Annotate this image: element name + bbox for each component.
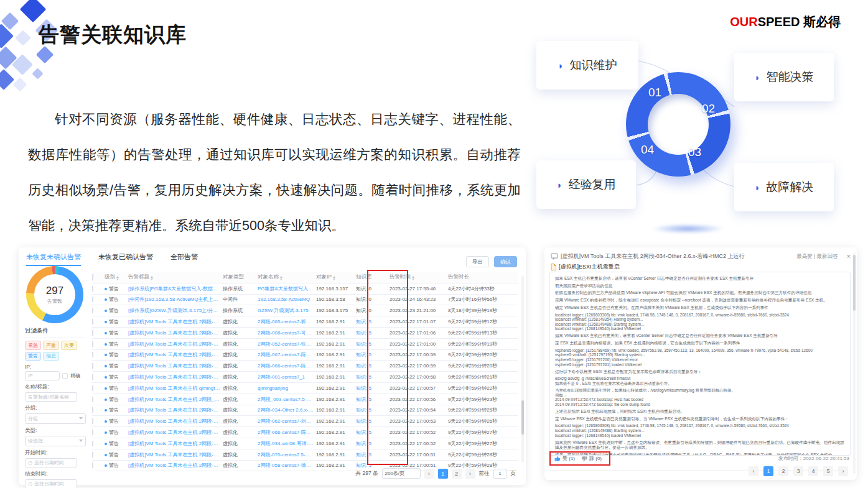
kb-count-cell[interactable]: 知识: 5 [356,407,387,413]
row-checkbox[interactable] [92,352,93,357]
severity-tag-blue[interactable]: 警告 [25,352,41,361]
row-checkbox[interactable] [92,430,93,435]
severity-tag-cyan[interactable]: 信息 [43,352,59,361]
group-select[interactable]: 分组 [25,413,86,424]
page-button-2[interactable]: 2 [452,469,462,479]
kb-page-button-4[interactable]: 4 [808,466,818,476]
kb-page-button-3[interactable]: 3 [793,466,803,476]
column-header[interactable]: 对象名称 [258,274,314,281]
table-row[interactable]: 警告[虚拟机]VM Tools 工具未在主机 qimingtianjing ..… [92,383,518,394]
severity-tag-orange[interactable]: 严重 [43,341,59,350]
object-name-link[interactable]: 2网段-001-centos7_1 [258,374,314,380]
kb-count-cell[interactable]: 知识: 5 [356,374,387,380]
object-name-link[interactable]: 2网段-034-win08-哥谭-H... [258,440,314,447]
alert-title-link[interactable]: [虚拟机]VM Tools 工具未在主机 2网段-058-cento... [128,462,220,469]
name-input[interactable]: 告警标题/对象名称 [25,392,77,402]
alert-title-link[interactable]: [虚拟机]VM Tools 工具未在主机 2网段-066-cento... [128,362,220,369]
kb-count-cell[interactable]: 知识: 5 [356,318,387,325]
end-time-input[interactable]: ◷选择日期时间 [25,479,77,488]
row-checkbox[interactable] [92,407,93,413]
table-row[interactable]: 警告[虚拟机]VM Tools 工具未在主机 2网段-065-cento...虚… [92,316,518,328]
sort-caret-icon[interactable] [151,276,153,280]
object-name-link[interactable]: 2网段-067-centos7-陈建... [258,351,314,358]
kb-prev-page-button[interactable]: ‹ [749,466,758,476]
table-row[interactable]: 警告[虚拟机]VM Tools 工具未在主机 2网段-066-cento...虚… [92,361,518,372]
row-checkbox[interactable] [92,297,93,302]
page-button-1[interactable]: 1 [438,469,448,479]
table-row[interactable]: 警告[虚拟机]VM Tools 工具未在主机 2网段-070-cento...虚… [92,449,518,461]
alert-title-link[interactable]: [虚拟机]VM Tools 工具未在主机 2网段-065-cento... [128,318,220,325]
column-header[interactable]: 对象IP [316,274,353,281]
column-header[interactable]: 级别 [105,274,126,281]
alert-title-link[interactable]: [虚拟机]VM Tools 工具未在主机 qimingtianjing ... [128,385,220,392]
kb-sort-options[interactable]: 最高赞 | 最新回答 [796,253,838,260]
table-row[interactable]: 警告[虚拟机]VM Tools 工具未在主机 2网段_003-cento...虚… [92,394,518,405]
tab-1[interactable]: 未恢复已确认告警 [98,252,153,266]
sort-caret-icon[interactable] [412,276,414,280]
table-row[interactable]: 警告[虚拟机]VM Tools 工具未在主机 2网段-001-cento...虚… [92,372,518,383]
table-row[interactable]: 警告[虚拟机]VM Tools 工具未在主机 2网段-008-cento...虚… [92,328,518,339]
alert-title-link[interactable]: [虚拟机]VM Tools 工具未在主机 2网段-001-cento... [128,374,220,380]
kb-count-cell[interactable]: 知识: 5 [356,329,387,336]
kb-next-page-button[interactable]: › [838,466,848,476]
select-all-checkbox[interactable] [92,274,93,280]
table-row[interactable]: 警告[中间件]192.168.3.58-ActiveMQ主机上内存泄PS S..… [92,295,518,306]
table-scrollbar[interactable] [521,276,524,463]
table-row[interactable]: 警告[虚拟机]VM Tools 工具未在主机 2网段-034-win08...虚… [92,438,518,449]
table-row[interactable]: 警告[操作系统]PG集群&大量数据写入-数据源-3-157 ...操作系统PG集… [92,283,518,295]
alert-title-link[interactable]: [虚拟机]VM Tools 工具未在主机 2网段-034-Other... [128,407,220,413]
alert-title-link[interactable]: [虚拟机]VM Tools 工具未在主机 2网段-066-cento... [128,429,220,436]
alert-title-link[interactable]: [虚拟机]VM Tools 工具未在主机 2网段-008-cento... [128,329,220,336]
object-name-link[interactable]: GZSW-升级测试-3-175 [258,307,314,314]
row-checkbox[interactable] [92,341,93,347]
alert-title-link[interactable]: [操作系统]PG集群&大量数据写入-数据源-3-157 ... [128,285,220,292]
kb-article-title[interactable]: [虚拟机]ESXI主机需重启 [559,263,620,271]
sort-caret-icon[interactable] [280,276,282,280]
object-name-link[interactable]: qimingtianjing [258,385,314,391]
kb-count-cell[interactable]: 知识: 5 [356,362,387,369]
kb-page-button-2[interactable]: 2 [778,466,788,476]
exact-checkbox[interactable] [62,373,68,379]
row-checkbox[interactable] [92,308,93,313]
alert-title-link[interactable]: [虚拟机]VM Tools 工具未在主机 2网段_003-cento... [128,396,220,403]
object-name-link[interactable]: 2网段-058-centos7-徐国... [258,462,314,469]
table-row[interactable]: 警告[虚拟机]VM Tools 工具未在主机 2网段-066-cento...虚… [92,427,518,438]
object-name-link[interactable]: 2网段-034-Other 2.6.x-若... [258,407,314,413]
object-name-link[interactable]: 2网段-066-centos7-陈建... [258,429,314,436]
row-checkbox[interactable] [92,286,93,292]
row-checkbox[interactable] [92,463,93,468]
next-page-button[interactable]: › [465,469,475,479]
object-name-link[interactable]: 2网段-008-centos7-可环-... [258,329,314,336]
severity-tag-yellow[interactable]: 次要 [61,341,77,350]
start-time-input[interactable]: ◷选择日期时间 [25,458,77,467]
alert-title-link[interactable]: [虚拟机]VM Tools 工具未在主机 2网段-067-cento... [128,351,220,358]
object-name-link[interactable]: 192.168.3.58-ActiveMQ [258,297,314,302]
alert-title-link[interactable]: [中间件]192.168.3.58-ActiveMQ主机上内存泄PS S... [128,296,220,303]
row-checkbox[interactable] [92,363,93,369]
close-icon[interactable]: × [847,253,851,260]
sort-caret-icon[interactable] [333,276,335,280]
row-checkbox[interactable] [92,452,93,458]
row-checkbox[interactable] [92,374,93,380]
alert-title-link[interactable]: [虚拟机]VM Tools 工具未在主机 2网段-070-cento... [128,451,220,458]
kb-count-cell[interactable]: 知识: 5 [356,396,387,403]
sort-caret-icon[interactable] [116,276,119,280]
object-name-link[interactable]: 2网段-070-centos7.5-徐国... [258,451,314,458]
type-select[interactable]: 请选择 [25,436,86,446]
row-checkbox[interactable] [92,441,93,446]
prev-page-button[interactable]: ‹ [424,469,434,479]
goto-page-input[interactable]: 1 [493,469,507,479]
kb-page-button-5[interactable]: 5 [823,466,833,476]
row-checkbox[interactable] [92,397,93,402]
table-row[interactable]: 警告[虚拟机]VM Tools 工具未在主机 2网段-034-Other...虚… [92,405,518,417]
row-checkbox[interactable] [92,330,93,336]
object-name-link[interactable]: 2网段-065-centos7-郭发... [258,318,314,325]
object-name-link[interactable]: 2网段_003-centos7.5-崔辉... [258,396,314,403]
tab-0[interactable]: 未恢复未确认告警 [26,252,81,266]
alert-title-link[interactable]: [虚拟机]VM Tools 工具未在主机 2网段-052-cento... [128,341,220,348]
kb-count-cell[interactable]: 知识: 5 [356,418,387,425]
kb-count-cell[interactable]: 知识: 5 [356,351,387,358]
object-name-link[interactable]: 2网段-062-centos7-刘俊... [258,418,314,425]
table-row[interactable]: 警告[虚拟机]VM Tools 工具未在主机 2网段-067-cento...虚… [92,350,518,361]
kb-count-cell[interactable]: 知识: 5 [356,341,387,348]
